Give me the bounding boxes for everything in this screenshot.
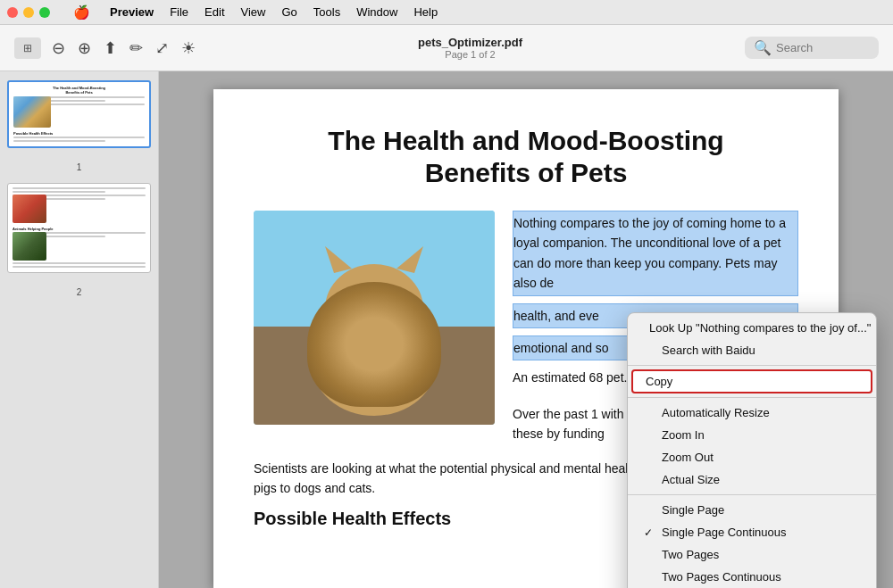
cat-image [254,211,495,425]
zoom-out-label: Zoom Out [662,451,714,464]
apple-menu[interactable]: 🍎 [73,4,90,21]
menu-item-zoom-in[interactable]: Zoom In [628,424,876,446]
menu-divider-1 [628,365,876,366]
search-bar[interactable]: 🔍 [745,37,879,59]
fullscreen-button[interactable] [39,7,50,18]
menu-item-lookup[interactable]: Look Up "Nothing compares to the joy of.… [628,317,876,339]
filename-label: pets_Optimizer.pdf [418,36,522,49]
menu-view[interactable]: View [241,5,266,19]
toolbar-left-icons: ⊖ ⊕ ⬆ ✏ ⤢ ☀ [52,38,196,58]
expand-icon[interactable]: ⤢ [155,38,169,58]
menu-window[interactable]: Window [356,5,397,19]
search-baidu-label: Search with Baidu [662,344,755,357]
context-menu: Look Up "Nothing compares to the joy of.… [627,312,877,588]
toolbar: ⊞ ⊖ ⊕ ⬆ ✏ ⤢ ☀ pets_Optimizer.pdf Page 1 … [0,25,893,71]
thumb2-line-1 [13,187,146,189]
content-area: The Health and Mood-Boosting Benefits of… [159,71,893,588]
thumb-line-4 [13,137,145,138]
svg-point-3 [325,264,423,353]
thumb2-line-2 [13,191,105,193]
thumb-section-2: Animals Helping People [13,227,146,231]
thumb2-line-7 [13,262,146,264]
menu-help[interactable]: Help [413,5,438,19]
page-thumb-1[interactable]: The Health and Mood-BoostingBenefits of … [7,80,151,148]
copy-label: Copy [646,375,672,388]
single-page-label: Single Page [662,503,724,517]
share-icon[interactable]: ⬆ [104,38,117,58]
menu-item-zoom-out[interactable]: Zoom Out [628,446,876,468]
page-thumb-2[interactable]: Animals Helping People [7,183,151,273]
search-icon: 🔍 [754,39,772,56]
cat-svg [254,211,495,425]
traffic-lights [7,7,50,18]
auto-resize-label: Automatically Resize [662,406,770,419]
actual-size-label: Actual Size [662,473,720,486]
thumb-cat-image-2 [13,195,46,223]
menu-item-copy[interactable]: Copy [631,369,872,393]
svg-point-9 [388,295,396,313]
menu-item-two-pages[interactable]: Two Pages [628,543,876,566]
close-button[interactable] [7,7,18,18]
page-num-2: 2 [7,287,151,297]
svg-point-6 [347,294,365,315]
svg-line-11 [325,322,365,325]
two-pages-continuous-label: Two Pages Continuous [662,570,781,584]
svg-marker-10 [370,318,379,322]
thumb-cat-image-1 [13,96,51,128]
menu-divider-3 [628,494,876,495]
menu-edit[interactable]: Edit [204,5,224,19]
menu-divider-2 [628,397,876,398]
toolbar-title-area: pets_Optimizer.pdf Page 1 of 2 [206,36,734,60]
thumb-content-1: The Health and Mood-BoostingBenefits of … [9,82,149,146]
thumb2-line-8 [13,266,146,268]
svg-point-7 [383,294,401,315]
menu-item-actual-size[interactable]: Actual Size [628,468,876,491]
thumb-line-5 [13,140,105,142]
thumb-content-2: Animals Helping People [8,184,150,272]
sidebar: The Health and Mood-BoostingBenefits of … [0,71,159,588]
svg-point-8 [353,295,360,313]
menu-item-single-page-continuous[interactable]: Single Page Continuous [628,521,876,543]
menu-item-single-page[interactable]: Single Page [628,499,876,521]
sidebar-toggle-button[interactable]: ⊞ [14,37,41,59]
menu-go[interactable]: Go [281,5,296,19]
page-num-1: 1 [7,162,151,172]
menu-tools[interactable]: Tools [313,5,340,19]
pdf-title: The Health and Mood-Boosting Benefits of… [254,125,798,189]
main-layout: The Health and Mood-BoostingBenefits of … [0,71,893,588]
lookup-label: Look Up "Nothing compares to the joy of.… [649,321,871,335]
two-pages-label: Two Pages [662,548,719,561]
search-input[interactable] [776,41,870,54]
thumb-section-1: Possible Health Effects [13,131,145,136]
menu-item-auto-resize[interactable]: Automatically Resize [628,402,876,424]
menu-file[interactable]: File [170,5,188,19]
markup-icon[interactable]: ✏ [129,38,143,58]
pdf-highlighted-text[interactable]: Nothing compares to the joy of coming ho… [513,211,798,296]
menu-preview[interactable]: Preview [110,5,154,19]
page-info-label: Page 1 of 2 [445,49,495,60]
minimize-button[interactable] [23,7,34,18]
svg-line-13 [383,322,423,325]
menu-item-search-baidu[interactable]: Search with Baidu [628,339,876,361]
zoom-out-icon[interactable]: ⊖ [52,38,65,58]
menubar: 🍎 Preview File Edit View Go Tools Window… [0,0,893,25]
zoom-in-icon[interactable]: ⊕ [78,38,91,58]
menu-item-two-pages-continuous[interactable]: Two Pages Continuous [628,566,876,588]
single-page-continuous-label: Single Page Continuous [662,526,787,539]
svg-point-2 [312,309,437,416]
thumb-heading-1: The Health and Mood-BoostingBenefits of … [13,86,145,95]
brightness-icon[interactable]: ☀ [181,38,196,58]
zoom-in-label: Zoom In [662,428,705,442]
thumb-img-2b [13,232,46,261]
